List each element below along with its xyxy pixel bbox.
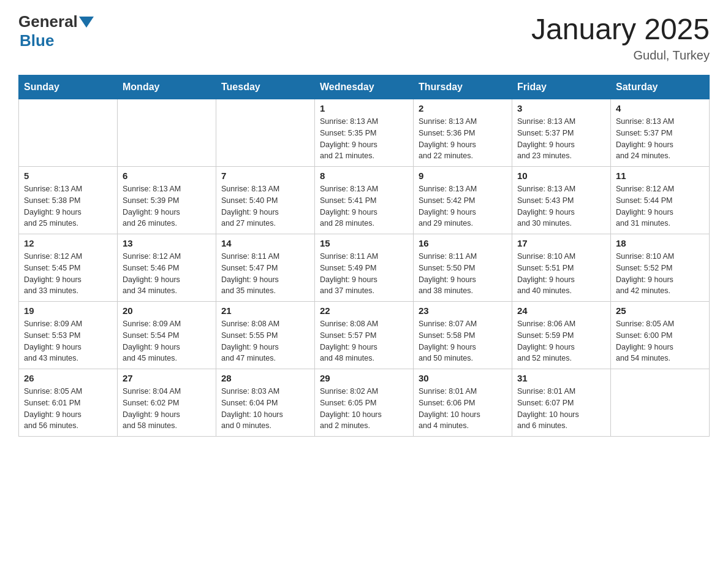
day-number: 22 xyxy=(320,305,408,316)
day-info: Sunrise: 8:13 AMSunset: 5:40 PMDaylight:… xyxy=(221,183,309,229)
calendar-day-cell: 3Sunrise: 8:13 AMSunset: 5:37 PMDaylight… xyxy=(512,99,611,167)
day-number: 13 xyxy=(123,238,211,248)
calendar-day-cell: 13Sunrise: 8:12 AMSunset: 5:46 PMDayligh… xyxy=(118,234,216,302)
day-number: 4 xyxy=(616,103,704,113)
calendar-day-cell: 27Sunrise: 8:04 AMSunset: 6:02 PMDayligh… xyxy=(118,369,216,437)
logo-blue-text: Blue xyxy=(20,31,54,50)
calendar-week-row: 26Sunrise: 8:05 AMSunset: 6:01 PMDayligh… xyxy=(19,369,710,437)
day-info: Sunrise: 8:09 AMSunset: 5:53 PMDaylight:… xyxy=(24,318,112,364)
calendar-day-cell: 12Sunrise: 8:12 AMSunset: 5:45 PMDayligh… xyxy=(19,234,118,302)
calendar-day-cell xyxy=(19,99,118,167)
day-info: Sunrise: 8:13 AMSunset: 5:35 PMDaylight:… xyxy=(320,116,408,162)
day-number: 1 xyxy=(320,103,408,113)
day-info: Sunrise: 8:13 AMSunset: 5:39 PMDaylight:… xyxy=(123,183,211,229)
day-info: Sunrise: 8:10 AMSunset: 5:51 PMDaylight:… xyxy=(517,251,605,297)
calendar-day-cell: 28Sunrise: 8:03 AMSunset: 6:04 PMDayligh… xyxy=(216,369,315,437)
day-info: Sunrise: 8:01 AMSunset: 6:07 PMDaylight:… xyxy=(517,386,605,432)
calendar-day-cell: 24Sunrise: 8:06 AMSunset: 5:59 PMDayligh… xyxy=(512,302,611,369)
calendar-day-cell: 18Sunrise: 8:10 AMSunset: 5:52 PMDayligh… xyxy=(611,234,710,302)
calendar-day-cell: 10Sunrise: 8:13 AMSunset: 5:43 PMDayligh… xyxy=(512,167,611,234)
day-info: Sunrise: 8:13 AMSunset: 5:43 PMDaylight:… xyxy=(517,183,605,229)
day-info: Sunrise: 8:11 AMSunset: 5:50 PMDaylight:… xyxy=(419,251,507,297)
day-info: Sunrise: 8:01 AMSunset: 6:06 PMDaylight:… xyxy=(419,386,507,432)
day-info: Sunrise: 8:13 AMSunset: 5:37 PMDaylight:… xyxy=(616,116,704,162)
day-info: Sunrise: 8:10 AMSunset: 5:52 PMDaylight:… xyxy=(616,251,704,297)
calendar-week-row: 12Sunrise: 8:12 AMSunset: 5:45 PMDayligh… xyxy=(19,234,710,302)
calendar-day-cell: 7Sunrise: 8:13 AMSunset: 5:40 PMDaylight… xyxy=(216,167,315,234)
day-number: 7 xyxy=(221,170,309,181)
title-block: January 2025 Gudul, Turkey xyxy=(531,12,710,63)
day-info: Sunrise: 8:11 AMSunset: 5:49 PMDaylight:… xyxy=(320,251,408,297)
calendar-day-cell: 1Sunrise: 8:13 AMSunset: 5:35 PMDaylight… xyxy=(315,99,414,167)
day-info: Sunrise: 8:06 AMSunset: 5:59 PMDaylight:… xyxy=(517,318,605,364)
day-info: Sunrise: 8:13 AMSunset: 5:41 PMDaylight:… xyxy=(320,183,408,229)
calendar-day-cell: 21Sunrise: 8:08 AMSunset: 5:55 PMDayligh… xyxy=(216,302,315,369)
day-info: Sunrise: 8:07 AMSunset: 5:58 PMDaylight:… xyxy=(419,318,507,364)
day-number: 31 xyxy=(517,373,605,383)
calendar-week-row: 5Sunrise: 8:13 AMSunset: 5:38 PMDaylight… xyxy=(19,167,710,234)
day-info: Sunrise: 8:12 AMSunset: 5:46 PMDaylight:… xyxy=(123,251,211,297)
day-info: Sunrise: 8:13 AMSunset: 5:37 PMDaylight:… xyxy=(517,116,605,162)
day-info: Sunrise: 8:02 AMSunset: 6:05 PMDaylight:… xyxy=(320,386,408,432)
logo: General Blue xyxy=(18,12,94,50)
calendar-day-cell: 2Sunrise: 8:13 AMSunset: 5:36 PMDaylight… xyxy=(414,99,512,167)
day-number: 27 xyxy=(123,373,211,383)
day-number: 24 xyxy=(517,305,605,316)
day-number: 15 xyxy=(320,238,408,248)
day-info: Sunrise: 8:04 AMSunset: 6:02 PMDaylight:… xyxy=(123,386,211,432)
day-number: 14 xyxy=(221,238,309,248)
calendar-day-cell: 14Sunrise: 8:11 AMSunset: 5:47 PMDayligh… xyxy=(216,234,315,302)
day-info: Sunrise: 8:12 AMSunset: 5:45 PMDaylight:… xyxy=(24,251,112,297)
calendar-day-cell: 25Sunrise: 8:05 AMSunset: 6:00 PMDayligh… xyxy=(611,302,710,369)
calendar-day-cell: 17Sunrise: 8:10 AMSunset: 5:51 PMDayligh… xyxy=(512,234,611,302)
calendar-day-cell: 19Sunrise: 8:09 AMSunset: 5:53 PMDayligh… xyxy=(19,302,118,369)
day-number: 23 xyxy=(419,305,507,316)
day-number: 29 xyxy=(320,373,408,383)
day-number: 30 xyxy=(419,373,507,383)
day-number: 21 xyxy=(221,305,309,316)
day-number: 16 xyxy=(419,238,507,248)
day-info: Sunrise: 8:12 AMSunset: 5:44 PMDaylight:… xyxy=(616,183,704,229)
calendar-day-cell: 29Sunrise: 8:02 AMSunset: 6:05 PMDayligh… xyxy=(315,369,414,437)
day-info: Sunrise: 8:13 AMSunset: 5:38 PMDaylight:… xyxy=(24,183,112,229)
day-info: Sunrise: 8:11 AMSunset: 5:47 PMDaylight:… xyxy=(221,251,309,297)
day-number: 25 xyxy=(616,305,704,316)
weekday-header-monday: Monday xyxy=(118,75,216,99)
logo-general-text: General xyxy=(18,12,78,31)
calendar-day-cell: 30Sunrise: 8:01 AMSunset: 6:06 PMDayligh… xyxy=(414,369,512,437)
day-number: 20 xyxy=(123,305,211,316)
day-number: 2 xyxy=(419,103,507,113)
day-number: 8 xyxy=(320,170,408,181)
day-info: Sunrise: 8:05 AMSunset: 6:01 PMDaylight:… xyxy=(24,386,112,432)
day-number: 10 xyxy=(517,170,605,181)
calendar-day-cell xyxy=(216,99,315,167)
calendar-day-cell: 16Sunrise: 8:11 AMSunset: 5:50 PMDayligh… xyxy=(414,234,512,302)
weekday-header-tuesday: Tuesday xyxy=(216,75,315,99)
weekday-header-saturday: Saturday xyxy=(611,75,710,99)
calendar-day-cell: 22Sunrise: 8:08 AMSunset: 5:57 PMDayligh… xyxy=(315,302,414,369)
day-number: 11 xyxy=(616,170,704,181)
calendar-day-cell: 6Sunrise: 8:13 AMSunset: 5:39 PMDaylight… xyxy=(118,167,216,234)
calendar-day-cell: 5Sunrise: 8:13 AMSunset: 5:38 PMDaylight… xyxy=(19,167,118,234)
day-number: 26 xyxy=(24,373,112,383)
day-info: Sunrise: 8:08 AMSunset: 5:55 PMDaylight:… xyxy=(221,318,309,364)
calendar-day-cell xyxy=(118,99,216,167)
calendar-day-cell: 23Sunrise: 8:07 AMSunset: 5:58 PMDayligh… xyxy=(414,302,512,369)
day-number: 3 xyxy=(517,103,605,113)
calendar-week-row: 19Sunrise: 8:09 AMSunset: 5:53 PMDayligh… xyxy=(19,302,710,369)
day-info: Sunrise: 8:08 AMSunset: 5:57 PMDaylight:… xyxy=(320,318,408,364)
day-number: 12 xyxy=(24,238,112,248)
calendar-day-cell: 15Sunrise: 8:11 AMSunset: 5:49 PMDayligh… xyxy=(315,234,414,302)
day-number: 28 xyxy=(221,373,309,383)
page-header: General Blue January 2025 Gudul, Turkey xyxy=(18,12,710,63)
weekday-header-friday: Friday xyxy=(512,75,611,99)
calendar-day-cell: 9Sunrise: 8:13 AMSunset: 5:42 PMDaylight… xyxy=(414,167,512,234)
calendar-day-cell: 4Sunrise: 8:13 AMSunset: 5:37 PMDaylight… xyxy=(611,99,710,167)
calendar-subtitle: Gudul, Turkey xyxy=(531,48,710,63)
weekday-header-row: SundayMondayTuesdayWednesdayThursdayFrid… xyxy=(19,75,710,99)
day-number: 9 xyxy=(419,170,507,181)
day-info: Sunrise: 8:05 AMSunset: 6:00 PMDaylight:… xyxy=(616,318,704,364)
calendar-day-cell xyxy=(611,369,710,437)
calendar-week-row: 1Sunrise: 8:13 AMSunset: 5:35 PMDaylight… xyxy=(19,99,710,167)
day-number: 18 xyxy=(616,238,704,248)
